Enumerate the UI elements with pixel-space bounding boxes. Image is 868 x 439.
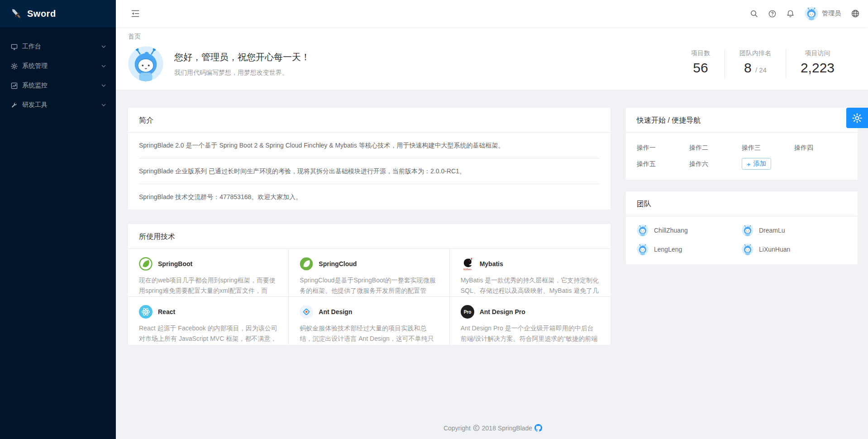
member-name: LiXunHuan <box>759 246 790 253</box>
tech-cell-mybatis[interactable]: MyBatis Mybatis MyBatis 是一款优秀的持久层框架，它支持定… <box>450 249 610 297</box>
top-bar: 管理员 <box>116 0 868 27</box>
stat-suffix: / 24 <box>755 66 767 74</box>
quicknav-card: 快速开始 / 便捷导航 操作一 操作二 操作三 操作四 操作五 操作六 + 添加 <box>626 108 858 180</box>
stat-value: 56 <box>691 59 710 76</box>
app-logo[interactable]: Sword <box>0 0 116 27</box>
tech-cell-springcloud[interactable]: SpringCloud SpringCloud是基于SpringBoot的一整套… <box>289 249 449 297</box>
tech-card-title: 所使用技术 <box>128 224 610 249</box>
main-area: 管理员 首页 您好，管理员，祝您开心每一天！ 我们用代码编写梦想，用梦想改变世界… <box>116 0 868 439</box>
avatar <box>742 243 754 255</box>
stat-projects: 项目数 56 <box>677 49 725 79</box>
sidebar: Sword 工作台 系统管理 <box>0 0 116 439</box>
ant-design-pro-icon: Pro <box>461 305 474 319</box>
tech-name: Mybatis <box>480 260 503 267</box>
plus-icon: + <box>747 161 751 167</box>
add-button-label: 添加 <box>754 160 766 168</box>
tech-cell-react[interactable]: React React 起源于 Facebook 的内部项目，因为该公司对市场上… <box>128 297 289 345</box>
username: 管理员 <box>822 10 841 18</box>
member-name: DreamLu <box>759 227 785 234</box>
intro-item: SpringBlade 技术交流群号：477853168。欢迎大家加入。 <box>139 184 600 210</box>
intro-card: 简介 SpringBlade 2.0 是一个基于 Spring Boot 2 &… <box>128 108 610 210</box>
tech-name: SpringCloud <box>319 260 357 267</box>
desktop-icon <box>11 43 18 50</box>
team-member[interactable]: LiXunHuan <box>742 243 847 255</box>
chevron-down-icon <box>101 65 106 67</box>
breadcrumb[interactable]: 首页 <box>128 33 857 41</box>
svg-text:MyBatis: MyBatis <box>463 268 472 271</box>
tech-desc: SpringCloud是基于SpringBoot的一整套实现微服务的框架。他提供… <box>300 275 438 296</box>
intro-item: SpringBlade 企业版系列 已通过长时间生产环境的考验，现将其拆分出基础… <box>139 158 600 184</box>
quick-link-3[interactable]: 操作三 <box>742 141 794 154</box>
question-circle-icon[interactable] <box>763 0 781 27</box>
user-menu[interactable]: 管理员 <box>799 0 846 27</box>
stat-value: 2,223 <box>801 59 835 76</box>
mybatis-icon: MyBatis <box>461 257 474 271</box>
quick-link-1[interactable]: 操作一 <box>637 141 689 154</box>
github-icon[interactable] <box>534 424 542 432</box>
gear-icon <box>852 113 862 123</box>
tech-cell-ant-design-pro[interactable]: Pro Ant Design Pro Ant Design Pro 是一个企业级… <box>450 297 610 345</box>
sidebar-item-label: 研发工具 <box>22 101 48 109</box>
monitor-chart-icon <box>11 82 18 89</box>
tech-desc: MyBatis 是一款优秀的持久层框架，它支持定制化 SQL、存储过程以及高级映… <box>461 275 600 296</box>
app-title: Sword <box>27 9 56 19</box>
chevron-down-icon <box>101 45 106 48</box>
sidebar-item-system-monitor[interactable]: 系统监控 <box>0 76 116 95</box>
tech-card: 所使用技术 SpringBoot <box>128 224 610 345</box>
stat-label: 项目访问 <box>801 49 835 57</box>
stat-label: 项目数 <box>691 49 710 57</box>
globe-icon[interactable] <box>846 0 864 27</box>
sidebar-menu: 工作台 系统管理 系统监控 <box>0 27 116 114</box>
team-member[interactable]: LengLeng <box>637 243 742 255</box>
team-member[interactable]: DreamLu <box>742 224 847 236</box>
welcome-greeting: 您好，管理员，祝您开心每一天！ <box>174 51 310 63</box>
ant-design-icon <box>300 305 313 319</box>
tech-name: Ant Design Pro <box>480 308 525 315</box>
quick-link-2[interactable]: 操作二 <box>689 141 742 154</box>
team-card-title: 团队 <box>626 191 858 216</box>
settings-button[interactable] <box>846 108 868 128</box>
footer-brand-text: 2018 SpringBlade <box>482 425 532 432</box>
intro-item: SpringBlade 2.0 是一个基于 Spring Boot 2 & Sp… <box>139 133 600 158</box>
footer-copyright-text: Copyright <box>444 425 471 432</box>
search-icon[interactable] <box>745 0 763 27</box>
stat-value: 8 / 24 <box>739 59 771 79</box>
sidebar-item-label: 工作台 <box>22 43 41 51</box>
chevron-down-icon <box>101 84 106 87</box>
avatar <box>742 224 754 236</box>
quick-link-5[interactable]: 操作五 <box>637 157 689 171</box>
bell-icon[interactable] <box>781 0 799 27</box>
tech-desc: React 起源于 Facebook 的内部项目，因为该公司对市场上所有 Jav… <box>139 323 277 344</box>
content: 简介 SpringBlade 2.0 是一个基于 Spring Boot 2 &… <box>116 90 868 439</box>
springboot-icon <box>139 257 153 271</box>
avatar <box>637 243 649 255</box>
avatar <box>805 7 818 20</box>
quicknav-card-title: 快速开始 / 便捷导航 <box>626 108 858 133</box>
team-card: 团队 ChillZhuang DreamLu <box>626 191 858 264</box>
welcome-subtitle: 我们用代码编写梦想，用梦想改变世界。 <box>174 69 310 77</box>
member-name: LengLeng <box>654 246 682 253</box>
footer: Copyright 2018 SpringBlade <box>128 424 858 439</box>
stat-visits: 项目访问 2,223 <box>786 49 835 79</box>
sword-icon <box>10 7 23 20</box>
quick-link-4[interactable]: 操作四 <box>794 141 847 154</box>
member-name: ChillZhuang <box>654 227 688 234</box>
sidebar-item-system-mgmt[interactable]: 系统管理 <box>0 57 116 75</box>
menu-fold-icon[interactable] <box>128 6 143 21</box>
tool-icon <box>11 102 18 109</box>
tech-cell-ant-design[interactable]: Ant Design 蚂蚁金服体验技术部经过大量的项目实践和总结，沉淀出设计语言… <box>289 297 449 345</box>
team-member[interactable]: ChillZhuang <box>637 224 742 236</box>
welcome-avatar <box>128 46 163 81</box>
chevron-down-icon <box>101 104 106 106</box>
quick-link-6[interactable]: 操作六 <box>689 157 742 171</box>
sidebar-item-label: 系统监控 <box>22 81 48 90</box>
sidebar-item-workbench[interactable]: 工作台 <box>0 38 116 56</box>
sidebar-item-dev-tools[interactable]: 研发工具 <box>0 96 116 114</box>
tech-desc: Ant Design Pro 是一个企业级开箱即用的中后台前端/设计解决方案。符… <box>461 323 600 344</box>
add-button[interactable]: + 添加 <box>742 158 771 170</box>
tech-cell-springboot[interactable]: SpringBoot 现在的web项目几乎都会用到spring框架，而要使用sp… <box>128 249 289 297</box>
intro-card-title: 简介 <box>128 108 610 133</box>
copyright-icon <box>473 425 480 431</box>
gear-icon <box>11 63 18 70</box>
avatar <box>637 224 649 236</box>
